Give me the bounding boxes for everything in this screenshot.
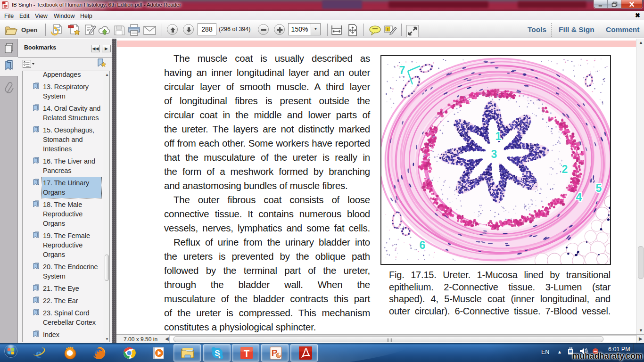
svg-text:T: T [244,348,249,359]
svg-text:T: T [387,27,389,32]
svg-text:3: 3 [491,148,497,160]
svg-text:7: 7 [399,64,405,76]
svg-text:1: 1 [495,130,502,142]
svg-text:5: 5 [596,182,602,194]
svg-text:4: 4 [576,191,582,203]
svg-text:6: 6 [420,239,426,251]
svg-text:e: e [36,346,41,360]
svg-text:2: 2 [562,163,568,175]
